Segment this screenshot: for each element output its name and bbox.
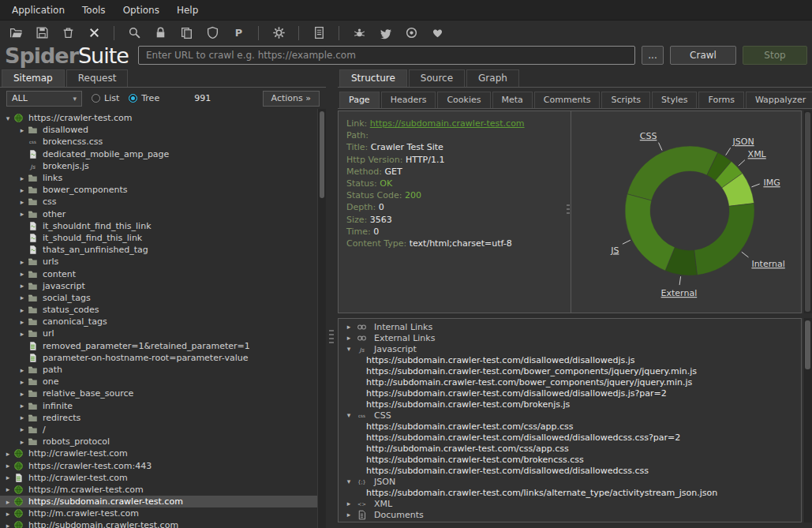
donut-segment-js[interactable]: [625, 194, 675, 271]
expand-arrow-icon[interactable]: ▸: [3, 462, 13, 470]
more-options-button[interactable]: ...: [642, 46, 664, 65]
tree-row[interactable]: ▸one: [0, 376, 326, 388]
tab-source[interactable]: Source: [409, 69, 465, 87]
tree-row[interactable]: it_shouldnt_find_this_link: [0, 220, 326, 232]
expand-arrow-icon[interactable]: ▸: [344, 511, 354, 519]
tree-row[interactable]: ▾https://crawler-test.com: [0, 112, 326, 124]
expand-arrow-icon[interactable]: ▸: [3, 474, 13, 481]
subtab-cookies[interactable]: Cookies: [437, 92, 490, 108]
expand-arrow-icon[interactable]: ▸: [17, 390, 27, 398]
links-scrollbar-thumb[interactable]: [805, 320, 810, 369]
crawl-button[interactable]: Crawl: [670, 46, 736, 65]
expand-arrow-icon[interactable]: ▸: [3, 450, 13, 458]
tree-row[interactable]: ▸https://crawler-test.com:443: [0, 459, 326, 471]
tree-row[interactable]: Jsbrokenjs.js: [0, 160, 326, 172]
link-url[interactable]: http://subdomain.crawler-test.com/bower_…: [339, 376, 801, 388]
tree-row[interactable]: ▸robots_protocol: [0, 436, 326, 447]
link-url[interactable]: https://subdomain.crawler-test.com/disal…: [339, 465, 801, 476]
expand-arrow-icon[interactable]: ▸: [17, 366, 27, 374]
expand-arrow-icon[interactable]: ▸: [17, 438, 27, 446]
expand-arrow-icon[interactable]: ▸: [344, 334, 354, 342]
detail-scrollbar[interactable]: [803, 110, 812, 313]
shield-icon[interactable]: [203, 24, 222, 43]
detail-value[interactable]: https://subdomain.crawler-test.com: [370, 118, 525, 129]
panel-splitter[interactable]: [326, 69, 338, 528]
collapse-arrow-icon[interactable]: ▾: [3, 114, 13, 122]
settings-icon[interactable]: [269, 24, 288, 43]
subtab-wappalyzer[interactable]: Wappalyzer: [746, 92, 812, 108]
expand-arrow-icon[interactable]: ▸: [17, 294, 27, 301]
link-url[interactable]: https://subdomain.crawler-test.com/disal…: [339, 354, 801, 365]
copy-icon[interactable]: [177, 24, 196, 43]
expand-arrow-icon[interactable]: ▸: [17, 126, 27, 134]
actions-button[interactable]: Actions »: [263, 91, 320, 107]
tree-scrollbar-thumb[interactable]: [320, 111, 324, 198]
expand-arrow-icon[interactable]: ▸: [17, 174, 27, 182]
link-group-css[interactable]: ▾cssCSS: [339, 410, 801, 421]
link-group-javascript[interactable]: ▾JsJavascript: [339, 343, 801, 354]
save-icon[interactable]: [32, 24, 51, 43]
link-url[interactable]: https://subdomain.crawler-test.com/disal…: [339, 432, 801, 443]
tree-row[interactable]: ▸url: [0, 328, 326, 339]
tab-request[interactable]: Request: [66, 69, 129, 87]
expand-arrow-icon[interactable]: ▸: [17, 186, 27, 194]
link-url[interactable]: https://subdomain.crawler-test.com/css/a…: [339, 421, 801, 432]
tree-row[interactable]: ▸other: [0, 208, 326, 220]
tree-row[interactable]: ▸relative_base_source: [0, 388, 326, 399]
detail-scrollbar-thumb[interactable]: [805, 112, 810, 312]
link-url[interactable]: https://subdomain.crawler-test.com/bower…: [339, 365, 801, 376]
collapse-arrow-icon[interactable]: ▾: [344, 411, 354, 419]
twitter-icon[interactable]: [376, 24, 395, 43]
link-url[interactable]: https://subdomain.crawler-test.com/links…: [339, 487, 801, 498]
tree-row[interactable]: ▸javascript: [0, 280, 326, 292]
expand-arrow-icon[interactable]: ▸: [17, 318, 27, 326]
tree-row[interactable]: ▸https://subdomain.crawler-test.com: [0, 496, 326, 507]
expand-arrow-icon[interactable]: ▸: [17, 414, 27, 421]
donut-segment-internal[interactable]: [694, 204, 754, 275]
filter-dropdown[interactable]: ALL ▾: [6, 91, 82, 107]
tree-row[interactable]: parameter-on-hostname-root=parameter-val…: [0, 352, 326, 364]
subtab-forms[interactable]: Forms: [698, 92, 743, 108]
subtab-scripts[interactable]: Scripts: [601, 92, 650, 108]
tree-scrollbar[interactable]: [317, 109, 326, 528]
tree-row[interactable]: ▸http://subdomain.crawler-test.com: [0, 519, 326, 528]
tree-row[interactable]: removed_parameter=1&retained_parameter=1: [0, 340, 326, 352]
tree-row[interactable]: ▸bower_components: [0, 184, 326, 196]
expand-arrow-icon[interactable]: ▸: [17, 198, 27, 206]
tree-row[interactable]: ▸urls: [0, 256, 326, 268]
expand-arrow-icon[interactable]: ▸: [3, 510, 13, 518]
tree-row[interactable]: ▸status_codes: [0, 304, 326, 316]
tree-radio-circle[interactable]: [129, 94, 137, 103]
tree-row[interactable]: ▸links: [0, 172, 326, 184]
tree-radio[interactable]: Tree: [129, 93, 159, 103]
expand-arrow-icon[interactable]: ▸: [3, 522, 13, 528]
menu-options[interactable]: Options: [114, 2, 168, 19]
link-group-external-links[interactable]: ▸External Links: [339, 332, 801, 343]
link-group-xml[interactable]: ▸<>XML: [339, 498, 801, 509]
subtab-comments[interactable]: Comments: [534, 92, 601, 108]
spider-icon[interactable]: [350, 24, 369, 43]
tree-row[interactable]: ▸canonical_tags: [0, 316, 326, 328]
expand-arrow-icon[interactable]: ▸: [17, 306, 27, 314]
link-group-documents[interactable]: ▸Documents: [339, 509, 801, 520]
donut-segment-css[interactable]: [627, 146, 718, 200]
search-icon[interactable]: [125, 24, 144, 43]
lock-icon[interactable]: [151, 24, 170, 43]
tree-row[interactable]: ▸http://crawler-test.com: [0, 472, 326, 484]
link-group-json[interactable]: ▾{;}JSON: [339, 476, 801, 487]
list-radio-circle[interactable]: [92, 94, 100, 103]
expand-arrow-icon[interactable]: ▸: [3, 498, 13, 506]
tree-row[interactable]: cssbrokencss.css: [0, 136, 326, 148]
tree-row[interactable]: thats_an_unfinished_tag: [0, 244, 326, 256]
link-group-internal-links[interactable]: ▸Internal Links: [339, 321, 801, 332]
tab-structure[interactable]: Structure: [339, 69, 407, 87]
tree-row[interactable]: ▸disallowed: [0, 124, 326, 136]
menu-tools[interactable]: Tools: [73, 2, 114, 19]
collapse-arrow-icon[interactable]: ▾: [344, 345, 354, 353]
expand-arrow-icon[interactable]: ▸: [344, 323, 354, 331]
stop-button[interactable]: Stop: [743, 46, 807, 65]
subtab-styles[interactable]: Styles: [652, 92, 697, 108]
target-icon[interactable]: [402, 24, 421, 43]
link-url[interactable]: https://subdomain.crawler-test.com/disal…: [339, 388, 801, 399]
menu-application[interactable]: Application: [3, 2, 73, 19]
